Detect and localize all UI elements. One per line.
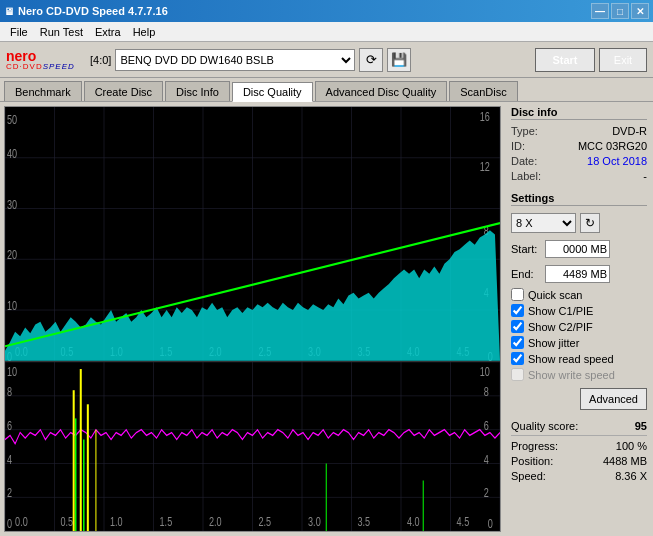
menu-extra[interactable]: Extra <box>89 24 127 40</box>
speed-select[interactable]: 8 X <box>511 213 576 233</box>
show-jitter-checkbox[interactable] <box>511 336 524 349</box>
speed-setting-row: 8 X ↻ <box>511 213 647 233</box>
position-value: 4488 MB <box>603 455 647 467</box>
end-mb-row: End: <box>511 265 647 283</box>
tab-scandisc[interactable]: ScanDisc <box>449 81 517 101</box>
svg-text:2: 2 <box>7 486 12 500</box>
svg-text:2.0: 2.0 <box>209 514 222 528</box>
menu-file[interactable]: File <box>4 24 34 40</box>
show-write-speed-row: Show write speed <box>511 368 647 381</box>
svg-text:40: 40 <box>7 146 17 160</box>
disc-id-value: MCC 03RG20 <box>578 140 647 152</box>
disc-id-label: ID: <box>511 140 525 152</box>
tab-bar: Benchmark Create Disc Disc Info Disc Qua… <box>0 78 653 102</box>
disc-info-title: Disc info <box>511 106 647 120</box>
svg-text:4.5: 4.5 <box>457 514 470 528</box>
main-content: 0 10 20 30 40 50 0 4 8 12 16 0.0 0.5 1.0… <box>0 102 653 536</box>
menu-runtest[interactable]: Run Test <box>34 24 89 40</box>
tab-disc-info[interactable]: Disc Info <box>165 81 230 101</box>
svg-text:20: 20 <box>7 248 17 262</box>
drive-label: [4:0] <box>90 54 111 66</box>
quick-scan-row: Quick scan <box>511 288 647 301</box>
svg-text:10: 10 <box>7 298 17 312</box>
tab-disc-quality[interactable]: Disc Quality <box>232 82 313 102</box>
close-button[interactable]: ✕ <box>631 3 649 19</box>
start-button[interactable]: Start <box>535 48 595 72</box>
svg-text:12: 12 <box>480 159 490 173</box>
speed-refresh-button[interactable]: ↻ <box>580 213 600 233</box>
svg-text:0.0: 0.0 <box>15 514 28 528</box>
quick-scan-checkbox[interactable] <box>511 288 524 301</box>
speed-label: Speed: <box>511 470 546 482</box>
right-panel: Disc info Type: DVD-R ID: MCC 03RG20 Dat… <box>505 102 653 536</box>
advanced-button[interactable]: Advanced <box>580 388 647 410</box>
svg-text:1.5: 1.5 <box>160 514 173 528</box>
menubar: File Run Test Extra Help <box>0 22 653 42</box>
disc-label-label: Label: <box>511 170 541 182</box>
bottom-chart: 0 2 4 6 8 10 0 2 4 6 8 10 0.0 0.5 1.0 1.… <box>5 361 500 531</box>
end-label: End: <box>511 268 541 280</box>
svg-text:3.5: 3.5 <box>358 514 371 528</box>
tab-create-disc[interactable]: Create Disc <box>84 81 163 101</box>
svg-text:4: 4 <box>484 452 489 466</box>
show-write-speed-checkbox <box>511 368 524 381</box>
menu-help[interactable]: Help <box>127 24 162 40</box>
start-mb-row: Start: <box>511 240 647 258</box>
svg-text:16: 16 <box>480 110 490 124</box>
position-row: Position: 4488 MB <box>511 455 647 467</box>
svg-text:2.5: 2.5 <box>259 514 272 528</box>
show-c1pie-checkbox[interactable] <box>511 304 524 317</box>
progress-label: Progress: <box>511 440 558 452</box>
svg-text:4.0: 4.0 <box>407 514 420 528</box>
show-c2pif-label: Show C2/PIF <box>528 321 593 333</box>
svg-text:50: 50 <box>7 113 17 127</box>
minimize-button[interactable]: — <box>591 3 609 19</box>
maximize-button[interactable]: □ <box>611 3 629 19</box>
svg-text:6: 6 <box>484 418 489 432</box>
svg-text:6: 6 <box>7 418 12 432</box>
exit-button[interactable]: Exit <box>599 48 647 72</box>
position-label: Position: <box>511 455 553 467</box>
tab-advanced-disc-quality[interactable]: Advanced Disc Quality <box>315 81 448 101</box>
toolbar: nero CD·DVDSPEED [4:0] BENQ DVD DD DW164… <box>0 42 653 78</box>
show-c2pif-row: Show C2/PIF <box>511 320 647 333</box>
show-c1pie-label: Show C1/PIE <box>528 305 593 317</box>
svg-text:0.5: 0.5 <box>61 514 74 528</box>
chart-area: 0 10 20 30 40 50 0 4 8 12 16 0.0 0.5 1.0… <box>4 106 501 532</box>
disc-type-value: DVD-R <box>612 125 647 137</box>
show-c1pie-row: Show C1/PIE <box>511 304 647 317</box>
refresh-icon-button[interactable]: ⟳ <box>359 48 383 72</box>
save-icon-button[interactable]: 💾 <box>387 48 411 72</box>
start-label: Start: <box>511 243 541 255</box>
quick-scan-label: Quick scan <box>528 289 582 301</box>
disc-label-value: - <box>643 170 647 182</box>
show-c2pif-checkbox[interactable] <box>511 320 524 333</box>
svg-text:8: 8 <box>7 384 12 398</box>
disc-date-row: Date: 18 Oct 2018 <box>511 155 647 167</box>
svg-text:3.0: 3.0 <box>308 514 321 528</box>
speed-row: Speed: 8.36 X <box>511 470 647 482</box>
quality-score-row: Quality score: 95 <box>511 420 647 432</box>
disc-date-label: Date: <box>511 155 537 167</box>
svg-text:4: 4 <box>7 452 12 466</box>
svg-text:10: 10 <box>480 364 490 378</box>
progress-value: 100 % <box>616 440 647 452</box>
svg-text:2: 2 <box>484 486 489 500</box>
nero-logo: nero CD·DVDSPEED <box>6 46 86 74</box>
svg-text:0: 0 <box>7 517 12 531</box>
drive-select[interactable]: BENQ DVD DD DW1640 BSLB <box>115 49 355 71</box>
titlebar: 🖥 Nero CD-DVD Speed 4.7.7.16 — □ ✕ <box>0 0 653 22</box>
svg-text:0: 0 <box>488 517 493 531</box>
tab-benchmark[interactable]: Benchmark <box>4 81 82 101</box>
svg-text:30: 30 <box>7 197 17 211</box>
start-mb-input[interactable] <box>545 240 610 258</box>
disc-date-value: 18 Oct 2018 <box>587 155 647 167</box>
svg-text:10: 10 <box>7 364 17 378</box>
show-read-speed-checkbox[interactable] <box>511 352 524 365</box>
show-jitter-row: Show jitter <box>511 336 647 349</box>
quality-score-label: Quality score: <box>511 420 578 432</box>
end-mb-input[interactable] <box>545 265 610 283</box>
settings-title: Settings <box>511 192 647 206</box>
disc-label-row: Label: - <box>511 170 647 182</box>
speed-value: 8.36 X <box>615 470 647 482</box>
